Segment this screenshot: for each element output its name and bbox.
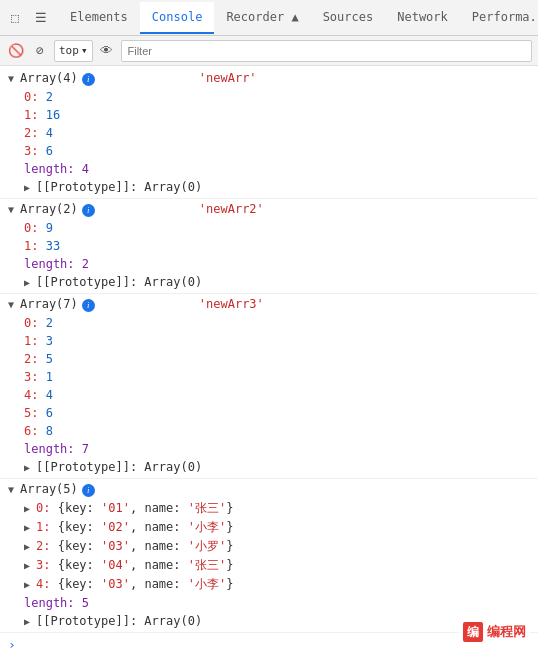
array5-obj2-idx: 2: xyxy=(36,538,50,554)
array7-val5: 6 xyxy=(46,405,53,421)
array2-info[interactable]: i xyxy=(82,204,95,217)
tab-icon-group: ⬚ ☰ xyxy=(4,7,52,29)
array7-info[interactable]: i xyxy=(82,299,95,312)
context-dropdown-icon: ▾ xyxy=(81,44,88,57)
array4-index3: 3: xyxy=(24,143,38,159)
array2-label: Array(2) xyxy=(20,201,78,217)
array7-index3: 3: xyxy=(24,369,38,385)
inspect-icon[interactable]: ⬚ xyxy=(4,7,26,29)
array7-item4: 4: 4 xyxy=(16,386,538,404)
array7-index6: 6: xyxy=(24,423,38,439)
array4-item3: 3: 6 xyxy=(16,142,538,160)
array2-header[interactable]: Array(2) i 'newArr2' xyxy=(0,200,538,219)
array5-prototype: [[Prototype]]: Array(0) xyxy=(16,612,538,631)
array5-length: length: 5 xyxy=(16,594,538,612)
array7-prototype: [[Prototype]]: Array(0) xyxy=(16,458,538,477)
array7-length-label: length: 7 xyxy=(24,441,89,457)
array2-index1: 1: xyxy=(24,238,38,254)
array5-obj3-toggle[interactable] xyxy=(24,558,36,574)
array2-length: length: 2 xyxy=(16,255,538,273)
array5-obj1-toggle[interactable] xyxy=(24,520,36,536)
array5-length-label: length: 5 xyxy=(24,595,89,611)
array7-val1: 3 xyxy=(46,333,53,349)
array4-val1: 16 xyxy=(46,107,60,123)
tab-console[interactable]: Console xyxy=(140,2,215,34)
array5-obj0-idx: 0: xyxy=(36,500,50,516)
tab-recorder[interactable]: Recorder ▲ xyxy=(214,2,310,34)
array2-item0: 0: 9 xyxy=(16,219,538,237)
array4-varname: 'newArr' xyxy=(199,70,257,86)
array2-index0: 0: xyxy=(24,220,38,236)
console-output: Array(4) i 'newArr' 0: 2 1: 16 2: 4 3: 6… xyxy=(0,66,538,652)
tab-network[interactable]: Network xyxy=(385,2,460,34)
array5-proto-label: [[Prototype]]: Array(0) xyxy=(36,613,202,629)
array4-length-label: length: 4 xyxy=(24,161,89,177)
eye-icon[interactable]: 👁 xyxy=(97,41,117,61)
array4-toggle[interactable] xyxy=(8,71,20,87)
array5-obj4-idx: 4: xyxy=(36,576,50,592)
array4-item2: 2: 4 xyxy=(16,124,538,142)
device-icon[interactable]: ☰ xyxy=(30,7,52,29)
array7-proto-label: [[Prototype]]: Array(0) xyxy=(36,459,202,475)
array7-item6: 6: 8 xyxy=(16,422,538,440)
array7-header[interactable]: Array(7) i 'newArr3' xyxy=(0,295,538,314)
filter-icon[interactable]: ⊘ xyxy=(30,41,50,61)
array5-obj3-idx: 3: xyxy=(36,557,50,573)
array2-prototype: [[Prototype]]: Array(0) xyxy=(16,273,538,292)
array7-val3: 1 xyxy=(46,369,53,385)
array5-header[interactable]: Array(5) i xyxy=(0,480,538,499)
array7-index2: 2: xyxy=(24,351,38,367)
log-entry-array5: Array(5) i 0: {key: '01', name: '张三'} 1:… xyxy=(0,479,538,633)
context-selector[interactable]: top ▾ xyxy=(54,40,93,62)
array7-proto-toggle[interactable] xyxy=(24,460,36,476)
tab-performance[interactable]: Performa... xyxy=(460,2,538,34)
array2-val0: 9 xyxy=(46,220,53,236)
array5-label: Array(5) xyxy=(20,481,78,497)
array7-toggle[interactable] xyxy=(8,297,20,313)
array5-obj2-toggle[interactable] xyxy=(24,539,36,555)
array7-index4: 4: xyxy=(24,387,38,403)
array5-obj1-val: {key: '02', name: '小李'} xyxy=(58,519,234,535)
array4-index0: 0: xyxy=(24,89,38,105)
array5-info[interactable]: i xyxy=(82,484,95,497)
context-label: top xyxy=(59,44,79,57)
array7-label: Array(7) xyxy=(20,296,78,312)
array4-proto-label: [[Prototype]]: Array(0) xyxy=(36,179,202,195)
array4-val2: 4 xyxy=(46,125,53,141)
array5-proto-toggle[interactable] xyxy=(24,614,36,630)
array5-obj4-val: {key: '03', name: '小李'} xyxy=(58,576,234,592)
array4-header[interactable]: Array(4) i 'newArr' xyxy=(0,69,538,88)
array2-proto-toggle[interactable] xyxy=(24,275,36,291)
array7-val4: 4 xyxy=(46,387,53,403)
array7-item3: 3: 1 xyxy=(16,368,538,386)
array5-obj1: 1: {key: '02', name: '小李'} xyxy=(16,518,538,537)
array5-obj3: 3: {key: '04', name: '张三'} xyxy=(16,556,538,575)
log-entry-array4: Array(4) i 'newArr' 0: 2 1: 16 2: 4 3: 6… xyxy=(0,68,538,199)
array7-index0: 0: xyxy=(24,315,38,331)
array5-obj4-toggle[interactable] xyxy=(24,577,36,593)
array4-val0: 2 xyxy=(46,89,53,105)
array4-proto-toggle[interactable] xyxy=(24,180,36,196)
array7-item2: 2: 5 xyxy=(16,350,538,368)
clear-console-button[interactable]: 🚫 xyxy=(6,41,26,61)
tab-sources[interactable]: Sources xyxy=(311,2,386,34)
array7-item0: 0: 2 xyxy=(16,314,538,332)
array5-obj0-toggle[interactable] xyxy=(24,501,36,517)
array7-val6: 8 xyxy=(46,423,53,439)
log-entry-array7: Array(7) i 'newArr3' 0: 2 1: 3 2: 5 3: 1… xyxy=(0,294,538,479)
array5-obj4: 4: {key: '03', name: '小李'} xyxy=(16,575,538,594)
array4-prototype: [[Prototype]]: Array(0) xyxy=(16,178,538,197)
tab-elements[interactable]: Elements xyxy=(58,2,140,34)
prompt-arrow-icon: › xyxy=(8,637,16,652)
array4-length: length: 4 xyxy=(16,160,538,178)
array4-info[interactable]: i xyxy=(82,73,95,86)
array2-toggle[interactable] xyxy=(8,202,20,218)
array5-obj0: 0: {key: '01', name: '张三'} xyxy=(16,499,538,518)
array7-val2: 5 xyxy=(46,351,53,367)
array7-varname: 'newArr3' xyxy=(199,296,264,312)
console-prompt[interactable]: › xyxy=(0,633,538,652)
array7-item5: 5: 6 xyxy=(16,404,538,422)
tab-bar: ⬚ ☰ Elements Console Recorder ▲ Sources … xyxy=(0,0,538,36)
array5-toggle[interactable] xyxy=(8,482,20,498)
filter-input[interactable] xyxy=(121,40,533,62)
